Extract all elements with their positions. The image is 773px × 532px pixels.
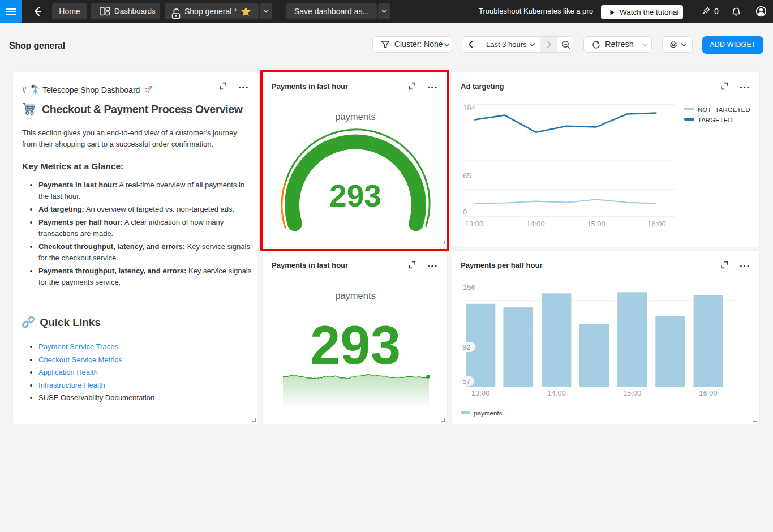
svg-text:0: 0 bbox=[463, 208, 467, 216]
svg-text:65: 65 bbox=[463, 171, 471, 180]
svg-text:13:00: 13:00 bbox=[465, 220, 484, 228]
svg-text:15:00: 15:00 bbox=[587, 220, 605, 228]
svg-text:57: 57 bbox=[462, 377, 470, 385]
svg-text:14:00: 14:00 bbox=[547, 389, 566, 397]
svg-text:15:00: 15:00 bbox=[623, 389, 642, 397]
svg-text:TARGETED: TARGETED bbox=[698, 117, 733, 123]
svg-text:293: 293 bbox=[329, 178, 381, 213]
svg-text:14:00: 14:00 bbox=[526, 220, 545, 228]
svg-text:16:00: 16:00 bbox=[647, 220, 666, 228]
svg-text:184: 184 bbox=[463, 104, 475, 112]
svg-text:92: 92 bbox=[462, 343, 470, 351]
svg-text:13:00: 13:00 bbox=[471, 389, 490, 397]
svg-text:payments: payments bbox=[335, 290, 376, 301]
svg-text:NOT_TARGETED: NOT_TARGETED bbox=[698, 106, 750, 113]
svg-text:16:00: 16:00 bbox=[699, 389, 718, 397]
svg-text:293: 293 bbox=[310, 315, 401, 375]
svg-text:payments: payments bbox=[335, 111, 376, 122]
svg-text:156: 156 bbox=[463, 283, 475, 291]
svg-text:payments: payments bbox=[474, 410, 502, 417]
